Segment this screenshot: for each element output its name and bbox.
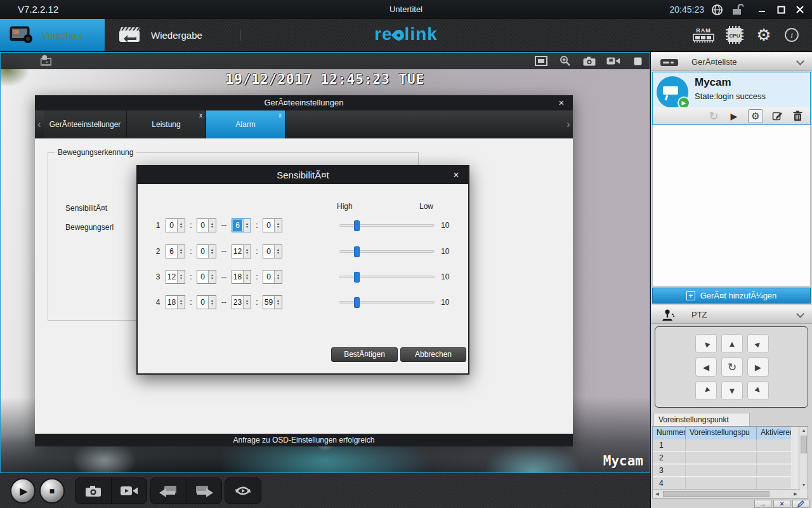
ram-monitor-button[interactable]: RAM xyxy=(690,19,717,51)
end-hour-spinner[interactable]: 12▲▼ xyxy=(232,244,251,258)
spinner-arrows-icon[interactable]: ▲▼ xyxy=(208,296,216,309)
start-minute-spinner[interactable]: 0▲▼ xyxy=(197,295,216,309)
end-minute-spinner[interactable]: 0▲▼ xyxy=(263,244,282,258)
spinner-arrows-icon[interactable]: ▲▼ xyxy=(243,245,251,258)
tab-device-settings[interactable]: GerÃ¤teeinstellunger xyxy=(44,110,127,138)
device-item[interactable]: ▶ Mycam State:login success ↻ ▶ ⚙ xyxy=(652,72,811,125)
start-hour-spinner[interactable]: 12▲▼ xyxy=(166,270,185,284)
stop-stream-icon[interactable] xyxy=(631,55,645,67)
stretch-fit-icon[interactable] xyxy=(534,55,548,67)
sensitivity-slider[interactable] xyxy=(339,301,435,304)
ptz-down-button[interactable]: ▼ xyxy=(721,381,743,400)
scrollbar-thumb[interactable] xyxy=(663,491,769,497)
stream-type-icon[interactable] xyxy=(39,55,53,67)
tabs-scroll-right-icon[interactable]: › xyxy=(564,110,573,138)
stop-all-button[interactable]: ■ xyxy=(39,478,65,504)
end-minute-spinner[interactable]: 59▲▼ xyxy=(263,295,282,309)
spinner-arrows-icon[interactable]: ▲▼ xyxy=(208,219,216,232)
info-button[interactable]: i xyxy=(782,19,802,51)
scroll-up-icon[interactable]: ▲ xyxy=(799,427,808,434)
start-hour-spinner[interactable]: 18▲▼ xyxy=(166,295,185,309)
start-minute-spinner[interactable]: 0▲▼ xyxy=(197,244,216,258)
preset-row[interactable]: 3 xyxy=(653,465,791,477)
end-minute-spinner[interactable]: 0▲▼ xyxy=(263,218,282,232)
slider-handle[interactable] xyxy=(354,297,360,308)
ptz-left-button[interactable]: ◀ xyxy=(695,358,717,377)
ptz-up-button[interactable]: ▲ xyxy=(721,334,743,353)
settings-gear-button[interactable]: ⚙ xyxy=(752,19,775,51)
spinner-arrows-icon[interactable]: ▲▼ xyxy=(177,219,185,232)
add-device-button[interactable]: + GerÃ¤t hinzufÃ¼gen xyxy=(652,288,811,304)
ptz-down-right-button[interactable]: ▲ xyxy=(747,381,769,400)
start-minute-spinner[interactable]: 0▲▼ xyxy=(197,270,216,284)
slider-handle[interactable] xyxy=(354,272,360,283)
start-hour-spinner[interactable]: 6▲▼ xyxy=(166,244,185,258)
unlock-icon[interactable] xyxy=(730,3,745,17)
spinner-arrows-icon[interactable]: ▲▼ xyxy=(243,219,251,232)
play-all-button[interactable]: ▶ xyxy=(10,478,36,504)
tab-alarm[interactable]: Alarm x xyxy=(206,110,285,138)
sensitivity-dialog-close-button[interactable]: × xyxy=(450,169,462,182)
chevron-down-icon[interactable] xyxy=(796,310,804,318)
refresh-icon[interactable]: ↻ xyxy=(707,110,720,123)
next-channel-button[interactable] xyxy=(186,478,221,504)
scroll-right-icon[interactable]: ▶ xyxy=(791,490,800,498)
loop-play-button[interactable] xyxy=(225,478,261,504)
digital-zoom-icon[interactable] xyxy=(558,55,572,67)
scroll-down-icon[interactable]: ▼ xyxy=(799,481,808,489)
end-minute-spinner[interactable]: 0▲▼ xyxy=(263,270,282,284)
tabs-scroll-left-icon[interactable]: ‹ xyxy=(35,110,44,138)
slider-handle[interactable] xyxy=(354,246,360,257)
vertical-scrollbar[interactable]: ▲ ▼ xyxy=(799,427,808,489)
ptz-up-left-button[interactable]: ▲ xyxy=(695,334,717,353)
chevron-down-icon[interactable] xyxy=(796,57,804,65)
spinner-arrows-icon[interactable]: ▲▼ xyxy=(208,245,216,258)
edit-preset-button[interactable] xyxy=(792,500,809,508)
device-list-header[interactable]: GerÃ¤teliste xyxy=(651,52,812,71)
record-icon[interactable] xyxy=(606,55,620,67)
ptz-up-right-button[interactable]: ▲ xyxy=(747,334,769,353)
spinner-arrows-icon[interactable]: ▲▼ xyxy=(177,271,185,283)
cpu-monitor-button[interactable]: CPU xyxy=(723,19,746,51)
device-list-body[interactable] xyxy=(652,125,811,286)
ptz-header[interactable]: PTZ xyxy=(651,305,812,324)
spinner-arrows-icon[interactable]: ▲▼ xyxy=(243,296,251,309)
ptz-right-button[interactable]: ▶ xyxy=(747,358,769,377)
delete-device-icon[interactable] xyxy=(791,110,804,123)
ptz-down-left-button[interactable]: ▲ xyxy=(695,381,717,400)
preset-section-tab[interactable]: Voreinstellungspunkt xyxy=(653,413,750,426)
spinner-arrows-icon[interactable]: ▲▼ xyxy=(177,245,185,258)
spinner-arrows-icon[interactable]: ▲▼ xyxy=(274,271,282,283)
previous-channel-button[interactable] xyxy=(150,478,186,504)
horizontal-scrollbar[interactable]: ◀ ▶ xyxy=(653,489,800,498)
cancel-button[interactable]: Abbrechen xyxy=(400,347,466,362)
spinner-arrows-icon[interactable]: ▲▼ xyxy=(208,271,216,283)
preset-row[interactable]: 1 xyxy=(653,439,791,451)
maximize-button[interactable] xyxy=(773,3,789,17)
tab-performance[interactable]: Leistung x xyxy=(127,110,206,138)
tab-close-icon[interactable]: x xyxy=(278,112,282,119)
snapshot-button[interactable] xyxy=(75,478,111,504)
sensitivity-slider[interactable] xyxy=(339,250,435,253)
sensitivity-slider[interactable] xyxy=(339,224,435,227)
start-hour-spinner[interactable]: 0▲▼ xyxy=(166,218,185,232)
close-button[interactable] xyxy=(792,3,808,17)
spinner-arrows-icon[interactable]: ▲▼ xyxy=(243,271,251,283)
dialog-close-button[interactable]: × xyxy=(555,97,568,109)
slider-handle[interactable] xyxy=(354,220,360,231)
scroll-left-icon[interactable]: ◀ xyxy=(653,490,662,498)
device-settings-gear-icon[interactable]: ⚙ xyxy=(748,109,763,123)
end-hour-spinner[interactable]: 23▲▼ xyxy=(232,295,251,309)
spinner-arrows-icon[interactable]: ▲▼ xyxy=(274,245,282,258)
minimize-button[interactable] xyxy=(754,3,770,17)
preset-row[interactable]: 4 xyxy=(653,478,791,490)
end-hour-spinner[interactable]: 6▲▼ xyxy=(232,218,251,232)
start-minute-spinner[interactable]: 0▲▼ xyxy=(197,218,216,232)
scrollbar-thumb[interactable] xyxy=(801,436,807,453)
sensitivity-slider[interactable] xyxy=(339,276,435,278)
tab-close-icon[interactable]: x xyxy=(199,112,202,119)
snapshot-icon[interactable] xyxy=(582,55,596,67)
delete-preset-button[interactable]: × xyxy=(773,500,790,508)
spinner-arrows-icon[interactable]: ▲▼ xyxy=(274,219,282,232)
record-button[interactable] xyxy=(111,478,147,504)
